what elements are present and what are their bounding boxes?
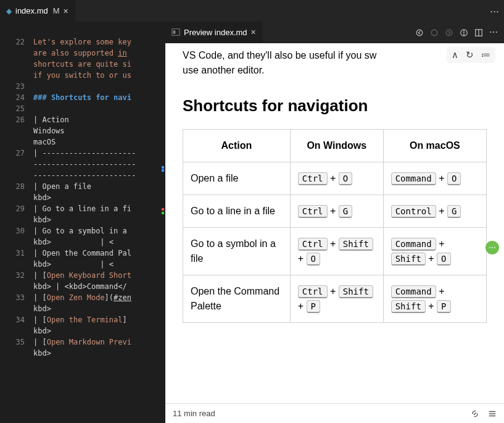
table-header: On Windows bbox=[290, 130, 383, 162]
kbd-key: Shift bbox=[339, 285, 373, 298]
kbd-key: Ctrl bbox=[298, 205, 328, 218]
editor-tabbar-right: Preview index.md × ⋯ bbox=[165, 22, 504, 43]
tab-overflow-button[interactable]: ⋯ bbox=[485, 0, 504, 22]
preview-pane: Preview index.md × ⋯ bbox=[165, 22, 504, 423]
nav-forward-icon[interactable] bbox=[430, 27, 439, 37]
diff-icon[interactable] bbox=[460, 27, 468, 37]
refresh-icon[interactable]: ↻ bbox=[466, 49, 474, 61]
kbd-key: Ctrl bbox=[298, 238, 328, 251]
table-row: Go to a line in a fileCtrl + GControl + … bbox=[183, 195, 487, 228]
nav-forward-icon[interactable] bbox=[445, 27, 453, 37]
table-row: Go to a symbol in a fileCtrl + Shift + O… bbox=[183, 228, 487, 275]
ellipsis-icon: ⋯ bbox=[489, 243, 496, 252]
floating-action-badge[interactable]: ⋯ bbox=[485, 241, 499, 254]
svg-point-2 bbox=[416, 30, 423, 36]
kbd-key: Command bbox=[391, 238, 436, 251]
kbd-key: Shift bbox=[391, 300, 426, 313]
editor-tabbar-left: ◆ index.md M × ⋯ bbox=[0, 0, 504, 22]
table-cell-action: Go to a line in a file bbox=[183, 195, 291, 228]
split-editor-icon[interactable] bbox=[474, 27, 483, 37]
kbd-key: Shift bbox=[339, 238, 373, 251]
line-number-gutter: 2223242526272829303132333435 bbox=[0, 22, 33, 423]
close-icon[interactable]: × bbox=[251, 27, 256, 37]
markdown-preview[interactable]: ∧ ↻ ≔ VS Code, and they'll also be usefu… bbox=[165, 43, 504, 403]
table-cell-action: Open the Command Palette bbox=[183, 275, 291, 323]
kbd-key: G bbox=[447, 205, 461, 218]
svg-rect-1 bbox=[173, 31, 176, 34]
nav-back-icon[interactable] bbox=[415, 27, 424, 37]
close-icon[interactable]: × bbox=[64, 6, 68, 16]
outline-icon[interactable]: ≔ bbox=[481, 49, 490, 61]
kbd-key: Ctrl bbox=[298, 285, 328, 298]
code-editor[interactable]: 2223242526272829303132333435 Let's explo… bbox=[0, 22, 165, 423]
tab-preview-index-md[interactable]: Preview index.md × bbox=[165, 22, 263, 43]
editor-pane: 2223242526272829303132333435 Let's explo… bbox=[0, 22, 165, 423]
scroll-top-icon[interactable]: ∧ bbox=[452, 49, 458, 61]
minimap[interactable] bbox=[157, 22, 165, 423]
table-cell: Ctrl + Shift + O bbox=[290, 228, 383, 275]
kbd-key: Command bbox=[391, 172, 436, 185]
svg-point-3 bbox=[431, 30, 437, 36]
kbd-key: Shift bbox=[391, 253, 426, 266]
kbd-key: P bbox=[307, 300, 320, 313]
shortcuts-table: ActionOn WindowsOn macOSOpen a fileCtrl … bbox=[183, 129, 487, 323]
more-icon[interactable]: ⋯ bbox=[489, 27, 498, 37]
svg-point-4 bbox=[446, 30, 452, 36]
kbd-key: O bbox=[437, 253, 450, 266]
kbd-key: P bbox=[437, 300, 450, 313]
kbd-key: O bbox=[307, 253, 320, 266]
table-cell: Ctrl + Shift + P bbox=[290, 275, 383, 323]
table-header: On macOS bbox=[383, 130, 486, 162]
kbd-key: O bbox=[447, 172, 461, 185]
table-cell: Ctrl + G bbox=[290, 195, 383, 228]
table-cell: Command + O bbox=[383, 162, 486, 195]
tab-filename: index.md bbox=[15, 6, 48, 15]
intro-text: VS Code, and they'll also be useful if y… bbox=[183, 50, 376, 61]
markdown-file-icon: ◆ bbox=[6, 7, 12, 15]
preview-content[interactable]: VS Code, and they'll also be useful if y… bbox=[165, 43, 504, 403]
table-cell-action: Go to a symbol in a file bbox=[183, 228, 291, 275]
read-time-label: 11 min read bbox=[173, 409, 215, 418]
tab-modified-indicator: M bbox=[53, 6, 60, 15]
kbd-key: Control bbox=[391, 205, 436, 218]
tab-filename: Preview index.md bbox=[184, 28, 247, 37]
code-content[interactable]: Let's explore some keyare also supported… bbox=[33, 22, 136, 423]
kbd-key: Ctrl bbox=[298, 172, 328, 185]
editor-toolbar: ⋯ bbox=[409, 22, 504, 43]
table-cell: Ctrl + O bbox=[290, 162, 383, 195]
link-icon[interactable] bbox=[471, 408, 479, 419]
table-cell: Command + Shift + O bbox=[383, 228, 486, 275]
table-cell: Command + Shift + P bbox=[383, 275, 486, 323]
table-header: Action bbox=[183, 130, 291, 162]
menu-icon[interactable] bbox=[488, 408, 497, 419]
table-row: Open a fileCtrl + OCommand + O bbox=[183, 162, 487, 195]
more-icon: ⋯ bbox=[490, 6, 499, 17]
table-cell: Control + G bbox=[383, 195, 486, 228]
tab-index-md[interactable]: ◆ index.md M × bbox=[0, 0, 75, 22]
preview-footer: 11 min read bbox=[165, 403, 504, 423]
intro-text: use another editor. bbox=[183, 65, 265, 75]
table-row: Open the Command PaletteCtrl + Shift + P… bbox=[183, 275, 487, 323]
kbd-key: G bbox=[339, 205, 352, 218]
h3-shortcuts-nav: Shortcuts for navigation bbox=[183, 94, 487, 118]
kbd-key: Command bbox=[391, 285, 436, 298]
kbd-key: O bbox=[339, 172, 352, 185]
preview-floating-toolbar: ∧ ↻ ≔ bbox=[447, 47, 495, 63]
table-cell-action: Open a file bbox=[183, 162, 291, 195]
preview-file-icon bbox=[171, 28, 180, 37]
